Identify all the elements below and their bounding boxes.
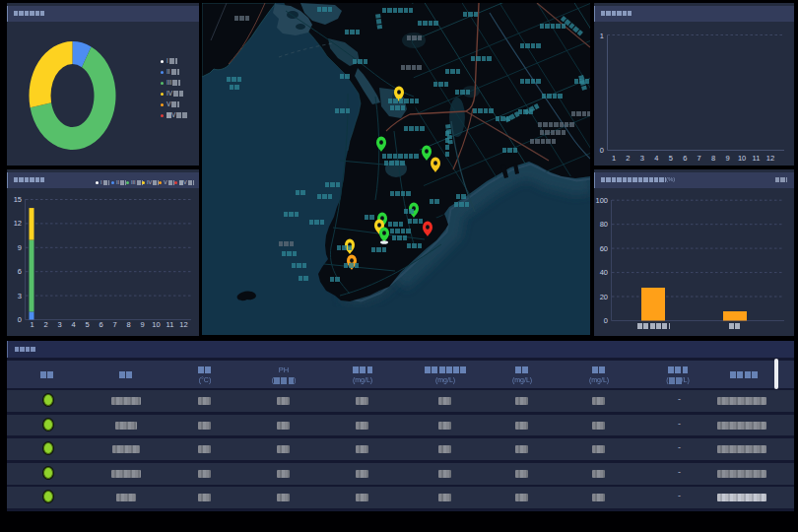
svg-text:12: 12 bbox=[766, 154, 774, 163]
svg-text:2: 2 bbox=[43, 320, 47, 329]
svg-text:5: 5 bbox=[669, 154, 673, 163]
svg-text:0: 0 bbox=[604, 316, 608, 325]
svg-text:11: 11 bbox=[166, 320, 174, 329]
svg-text:6: 6 bbox=[18, 267, 22, 276]
svg-text:4: 4 bbox=[654, 154, 658, 163]
svg-text:2: 2 bbox=[626, 154, 630, 163]
svg-text:10: 10 bbox=[152, 320, 160, 329]
svg-text:4: 4 bbox=[71, 320, 75, 329]
svg-text:9: 9 bbox=[140, 320, 144, 329]
svg-text:5: 5 bbox=[85, 320, 89, 329]
svg-text:3: 3 bbox=[57, 320, 61, 329]
svg-text:10: 10 bbox=[738, 154, 746, 163]
svg-text:15: 15 bbox=[14, 195, 22, 204]
svg-text:80: 80 bbox=[600, 220, 608, 229]
svg-text:100: 100 bbox=[595, 196, 608, 205]
svg-text:40: 40 bbox=[600, 268, 608, 277]
svg-text:6: 6 bbox=[683, 154, 687, 163]
svg-text:3: 3 bbox=[18, 292, 22, 300]
svg-text:20: 20 bbox=[600, 293, 608, 301]
svg-text:3: 3 bbox=[640, 154, 644, 163]
svg-text:0: 0 bbox=[600, 146, 604, 155]
svg-text:1: 1 bbox=[600, 32, 604, 40]
svg-text:11: 11 bbox=[753, 154, 761, 163]
svg-text:7: 7 bbox=[698, 154, 701, 163]
svg-text:9: 9 bbox=[726, 154, 730, 163]
svg-text:9: 9 bbox=[18, 243, 22, 252]
svg-text:1: 1 bbox=[612, 154, 616, 163]
svg-text:6: 6 bbox=[99, 320, 102, 329]
svg-text:12: 12 bbox=[14, 219, 22, 228]
svg-text:7: 7 bbox=[112, 320, 116, 329]
svg-text:0: 0 bbox=[18, 315, 22, 324]
svg-text:12: 12 bbox=[179, 320, 187, 329]
svg-text:60: 60 bbox=[600, 244, 608, 253]
svg-text:1: 1 bbox=[30, 320, 33, 329]
svg-text:8: 8 bbox=[126, 320, 130, 329]
svg-text:8: 8 bbox=[711, 154, 715, 163]
